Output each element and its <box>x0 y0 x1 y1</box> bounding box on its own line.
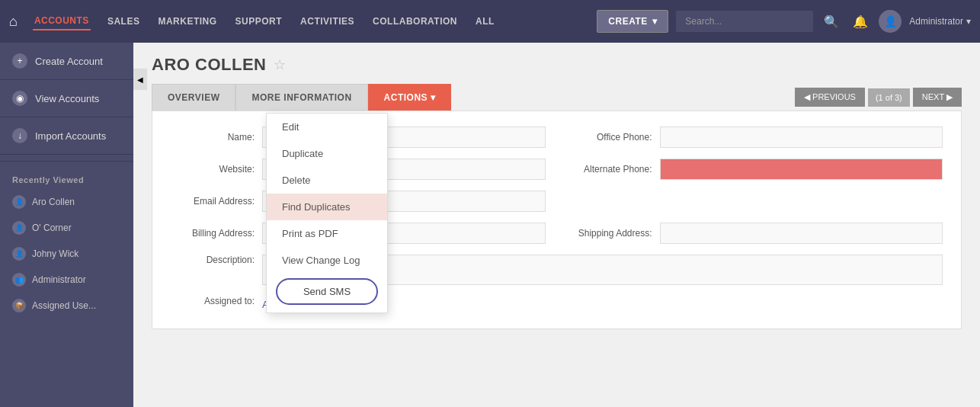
nav-accounts[interactable]: ACCOUNTS <box>33 12 91 30</box>
form-row-shipping: Shipping Address: <box>568 223 943 244</box>
user-menu[interactable]: Administrator ▾ <box>909 16 971 27</box>
nav-collaboration[interactable]: COLLABORATION <box>371 13 459 30</box>
dropdown-view-change-log[interactable]: View Change Log <box>267 247 387 274</box>
name-label: Name: <box>171 132 255 143</box>
sidebar-import-accounts[interactable]: ↓ Import Accounts <box>0 117 133 155</box>
person-icon: 👤 <box>12 247 26 261</box>
previous-button[interactable]: ◀ PREVIOUS <box>795 88 865 107</box>
sidebar: + Create Account ◉ View Accounts ↓ Impor… <box>0 43 133 407</box>
recent-item-administrator[interactable]: 👥 Administrator <box>0 267 133 293</box>
description-label: Description: <box>171 255 255 265</box>
shipping-address-label: Shipping Address: <box>568 228 652 239</box>
office-phone-label: Office Phone: <box>568 132 652 143</box>
dropdown-duplicate[interactable]: Duplicate <box>267 140 387 167</box>
recently-viewed-title: Recently Viewed <box>0 168 133 189</box>
nav-activities[interactable]: ACTIVITIES <box>299 13 356 30</box>
sidebar-create-account[interactable]: + Create Account <box>0 43 133 80</box>
sidebar-divider <box>0 161 133 162</box>
tabs-row: OVERVIEW MORE INFORMATION ACTIONS ▾ Edit… <box>152 84 962 111</box>
send-sms-wrapper: Send SMS <box>267 274 387 312</box>
app-body: + Create Account ◉ View Accounts ↓ Impor… <box>0 43 980 407</box>
recent-item-o-corner[interactable]: 👤 O' Corner <box>0 215 133 241</box>
page-navigation: ◀ PREVIOUS (1 of 3) NEXT ▶ <box>795 88 962 107</box>
box-icon: 📦 <box>12 299 26 312</box>
nav-marketing[interactable]: MARKETING <box>156 13 218 30</box>
tab-actions[interactable]: ACTIONS ▾ <box>368 84 452 111</box>
recent-item-assigned-user[interactable]: 📦 Assigned Use... <box>0 293 133 319</box>
page-title: ARO COLLEN <box>152 55 266 75</box>
main-content: ARO COLLEN ☆ OVERVIEW MORE INFORMATION A… <box>133 43 980 407</box>
dropdown-find-duplicates[interactable]: Find Duplicates <box>267 194 387 220</box>
person-icon: 👤 <box>12 195 26 209</box>
next-button[interactable]: NEXT ▶ <box>913 88 962 107</box>
alternate-phone-input[interactable] <box>660 159 943 180</box>
sidebar-view-accounts[interactable]: ◉ View Accounts <box>0 80 133 117</box>
page-header: ARO COLLEN ☆ <box>152 55 962 75</box>
person-icon: 👤 <box>12 221 26 235</box>
website-label: Website: <box>171 164 255 175</box>
nav-right-section: CREATE ▾ 🔍 🔔 👤 Administrator ▾ <box>597 10 971 33</box>
page-indicator: (1 of 3) <box>868 88 910 107</box>
nav-sales[interactable]: SALES <box>106 13 142 30</box>
top-navigation: ⌂ ACCOUNTS SALES MARKETING SUPPORT ACTIV… <box>0 0 980 43</box>
dropdown-edit[interactable]: Edit <box>267 114 387 140</box>
billing-address-label: Billing Address: <box>171 228 255 239</box>
nav-support[interactable]: SUPPORT <box>234 13 284 30</box>
dropdown-arrow-icon: ▾ <box>652 16 658 27</box>
avatar[interactable]: 👤 <box>879 10 902 33</box>
search-input[interactable] <box>676 11 813 32</box>
assigned-to-label: Assigned to: <box>171 296 255 306</box>
email-label: Email Address: <box>171 196 255 207</box>
form-spacer <box>568 191 943 212</box>
dropdown-delete[interactable]: Delete <box>267 167 387 194</box>
sidebar-collapse-button[interactable]: ◀ <box>133 69 147 90</box>
recent-item-johny-wick[interactable]: 👤 Johny Wick <box>0 241 133 267</box>
create-account-icon: + <box>12 53 27 69</box>
form-row-office-phone: Office Phone: <box>568 127 943 148</box>
home-icon[interactable]: ⌂ <box>9 14 18 30</box>
search-icon[interactable]: 🔍 <box>821 11 842 32</box>
office-phone-input[interactable] <box>660 127 943 148</box>
nav-all[interactable]: ALL <box>474 13 496 30</box>
dropdown-print-pdf[interactable]: Print as PDF <box>267 220 387 247</box>
tab-more-information[interactable]: MORE INFORMATION <box>235 84 367 111</box>
import-accounts-icon: ↓ <box>12 128 27 143</box>
send-sms-button[interactable]: Send SMS <box>276 278 378 305</box>
notifications-icon[interactable]: 🔔 <box>850 11 871 32</box>
people-icon: 👥 <box>12 273 26 287</box>
favorite-star-icon[interactable]: ☆ <box>274 56 286 73</box>
create-button[interactable]: CREATE ▾ <box>597 10 668 33</box>
view-accounts-icon: ◉ <box>12 91 27 106</box>
shipping-address-input[interactable] <box>660 223 943 244</box>
user-dropdown-arrow: ▾ <box>966 16 971 27</box>
recent-item-aro-collen[interactable]: 👤 Aro Collen <box>0 189 133 215</box>
form-row-alternate-phone: Alternate Phone: <box>568 159 943 180</box>
alternate-phone-label: Alternate Phone: <box>568 164 652 175</box>
actions-dropdown-menu: Edit Duplicate Delete Find Duplicates Pr… <box>266 113 388 313</box>
tab-overview[interactable]: OVERVIEW <box>152 84 235 111</box>
